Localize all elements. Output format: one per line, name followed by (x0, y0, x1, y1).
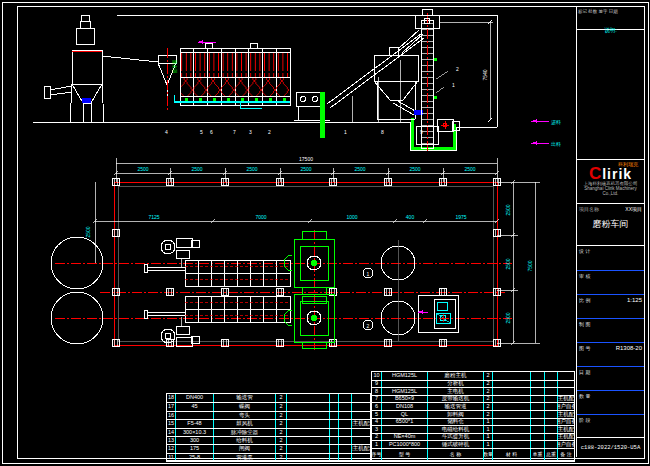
bom-cell-spec: 300×10.3 (176, 429, 214, 436)
bom-cell-note: 随主机配套 (558, 411, 574, 418)
bom-cell-material (493, 441, 531, 448)
table-row: 4 6500*1 储料仓 1 用户自备 (372, 418, 574, 426)
bom-cell-qty: 1 (484, 419, 493, 426)
bom-cell-spec (382, 426, 428, 433)
callout: 8 (381, 129, 384, 135)
callout: 1 (344, 129, 347, 135)
bom-cell-no: 6 (372, 403, 382, 410)
flow-out-label: 出料 (551, 141, 561, 147)
table-row: 8 HGM125L 主电机 2 (372, 387, 574, 395)
table-row: 18 DN400 输送管 2 (167, 394, 370, 402)
bom-cell-spec (176, 412, 214, 419)
bom-cell-name: 卸料阀 (428, 411, 484, 418)
bom-cell-total-weight (545, 381, 558, 388)
row-dim: 2500 (505, 312, 511, 323)
bom-cell-material (493, 396, 531, 403)
bom-cell-no: 2 (372, 434, 382, 441)
callout: 2 (268, 129, 271, 135)
collector-hopper-gate (82, 98, 91, 103)
bom-cell-name: 电磁给料机 (428, 426, 484, 433)
bom-cell-unit-weight (531, 411, 545, 418)
bom-cell-material (287, 412, 330, 419)
bom-cell-no: 16 (167, 412, 176, 419)
bom-cell-qty: 2 (276, 429, 287, 436)
table-row: 14 300×10.3 脉冲除尘器 2 (167, 428, 370, 436)
bom-cell-spec: PC1000*800 (382, 441, 428, 448)
bom-cell-qty: 2 (484, 396, 493, 403)
left-dim: 2500 (85, 226, 91, 237)
table-row: 1 PC1000*800 锤式破碎机 1 用户自备 (372, 440, 574, 448)
overall-height-dim: 7500 (527, 260, 533, 271)
callout: 3 (249, 129, 252, 135)
drawing-code: c188-2022/1520-U5A (577, 437, 644, 464)
bom-cell-total-weight (545, 372, 558, 380)
bom-cell-material (493, 388, 531, 395)
clirik-logo: Clirik (577, 167, 644, 181)
table-row: 6 DN108 输送管道 2 用户自备 (372, 402, 574, 410)
bom-cell-no: 10 (372, 372, 382, 380)
bay-dim: 2500 (191, 166, 202, 172)
dim-height-text: 7540 (482, 69, 488, 80)
bom-cell-spec: B650×9 (382, 396, 428, 403)
project-label: 项目名称 (579, 206, 599, 212)
plan-inner-dimensions: 7125 7000 1000 400 1975 2500 (85, 182, 499, 263)
bom-table-left: 18 DN400 输送管 2 17 45 蝶阀 2 16 弯头 2 (166, 393, 371, 461)
bom-cell-unit-weight (330, 412, 339, 419)
bom-cell-unit-weight (330, 437, 339, 444)
bom-cell-spec: QL (382, 411, 428, 418)
callout: 9 (420, 129, 423, 135)
bom-cell-material (493, 411, 531, 418)
inner-dim: 1000 (346, 214, 357, 220)
bom-cell-spec: HGM125L (382, 388, 428, 395)
bom-cell-qty: 2 (484, 403, 493, 410)
bom-cell-no: 17 (167, 403, 176, 410)
bom-cell-material (287, 394, 330, 402)
bom-cell-total-weight (339, 437, 352, 444)
bom-cell-qty: 2 (484, 372, 493, 380)
silo-elevation (374, 30, 423, 119)
inner-dim: 7000 (255, 214, 266, 220)
bom-cell-name: 鼓风机 (214, 420, 276, 427)
bom-cell-material (493, 434, 531, 441)
bom-cell-total-weight (545, 403, 558, 410)
title-block-row: 日 期 (577, 366, 644, 390)
bom-cell-name: 输送管 (214, 394, 276, 402)
bom-cell-spec: NE×40m (382, 434, 428, 441)
bom-cell-name: 斗式提升机 (428, 434, 484, 441)
field-label: 制 图 (579, 321, 590, 327)
plan-view: 1 2 2500 (51, 156, 540, 350)
bom-cell-no: 9 (372, 381, 382, 388)
bom-cell-note: 随主机配套 (558, 426, 574, 433)
baghouse-plan-1 (144, 260, 290, 286)
mill-highlight (320, 92, 325, 138)
bom-cell-no: 5 (372, 411, 382, 418)
bom-cell-total-weight (545, 441, 558, 448)
title-block-row: 比 例 1:125 (577, 294, 644, 318)
title-block: 标记 处数 签字 日期 说明: 科利瑞克 Clirik 上海科利瑞克机器有限公司… (576, 7, 644, 457)
drawing-notes: 说明: (577, 25, 644, 97)
bom-cell-qty: 2 (276, 403, 287, 410)
bom-cell-name: 储料仓 (428, 419, 484, 426)
baghouse-elevation (174, 40, 290, 108)
bom-cell-unit-weight (531, 419, 545, 426)
bay-dim: 2500 (464, 166, 475, 172)
bom-cell-unit-weight (330, 445, 339, 452)
bom-cell-spec: 300 (176, 437, 214, 444)
title-block-row: 制 图 (577, 318, 644, 342)
bom-cell-material (287, 420, 330, 427)
bom-cell-note (558, 372, 574, 380)
bom-cell-material (493, 372, 531, 380)
bom-cell-qty: 1 (484, 434, 493, 441)
inner-dim: 7125 (148, 214, 159, 220)
table-row: 16 弯头 2 (167, 411, 370, 419)
belt-conveyor-elevation (327, 34, 424, 122)
field-label: 审 核 (579, 273, 590, 279)
notes-title: 说明: (577, 27, 644, 35)
bom-cell-name: 皮带输送机 (428, 396, 484, 403)
title-block-row: 图 号 R1308-20 (577, 342, 644, 366)
bom-cell-total-weight (339, 429, 352, 436)
bay-dim: 2500 (354, 166, 365, 172)
bom-cell-spec: F5-48 (176, 420, 214, 427)
elevation-height-dimension: 7540 (439, 20, 493, 122)
bom-cell-note (352, 394, 370, 402)
